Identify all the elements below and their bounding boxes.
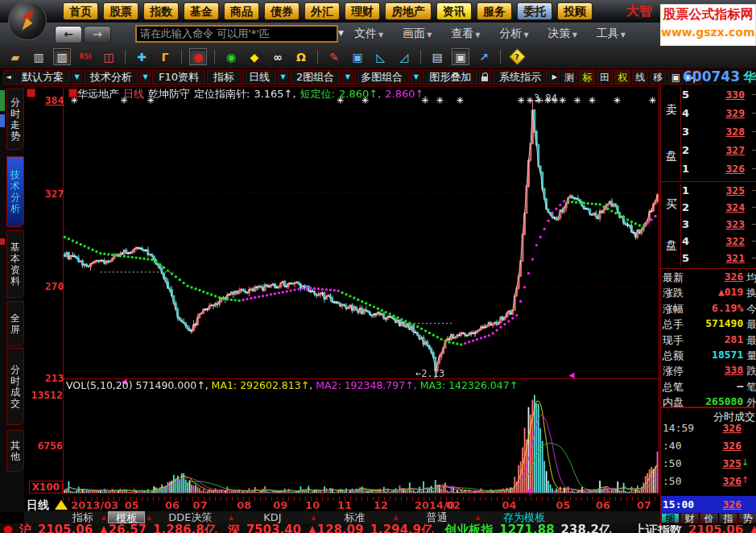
view-item-多图组合[interactable]: 多图组合 <box>354 70 409 85</box>
menu-查看[interactable]: 查看▼ <box>451 27 480 41</box>
sell-level-row[interactable]: 4329– <box>682 107 756 119</box>
panel-tab-价[interactable]: 价 <box>700 513 718 523</box>
view-item-图形叠加[interactable]: 图形叠加 <box>423 70 477 85</box>
report-icon[interactable]: ▤ <box>428 48 446 65</box>
binoculars-icon[interactable]: ∞ <box>269 48 287 65</box>
play-button[interactable]: ▶ <box>549 70 560 85</box>
bottom-tab-指标[interactable]: 指标 <box>66 511 100 523</box>
tool-移[interactable]: 移 <box>650 70 666 85</box>
nav-button-股票[interactable]: 股票 <box>103 2 138 20</box>
view-item-技术分析[interactable]: 技术分析 <box>84 70 138 85</box>
bottom-tab-普通[interactable]: 普通 <box>400 511 474 523</box>
chevron-down-icon[interactable]: ▼ <box>278 70 288 85</box>
sidebar-tab-技术分析[interactable]: 技术分析 <box>6 156 24 227</box>
chart-period[interactable]: 日线 <box>123 88 144 100</box>
buy-level-row[interactable]: 5321– <box>682 252 756 264</box>
chevron-down-icon[interactable]: ▼ <box>342 70 353 85</box>
tape-row[interactable]: :50326↑ <box>663 475 755 487</box>
warning-icon[interactable]: ◆ <box>246 48 263 65</box>
sell-level-row[interactable]: 1326– <box>682 163 756 175</box>
menu-画面[interactable]: 画面▼ <box>403 27 432 41</box>
view-back-button[interactable]: ◄ <box>3 70 14 85</box>
bottom-tab-存为模板[interactable]: 存为模板 <box>482 511 566 523</box>
candlestick-chart-canvas[interactable] <box>24 85 660 497</box>
app-logo[interactable] <box>8 2 47 40</box>
nav-button-首页[interactable]: 首页 <box>63 2 98 20</box>
view-item-指标[interactable]: 指标 <box>207 70 241 85</box>
rsi-indicator-icon[interactable]: RSI <box>76 48 94 65</box>
view-item-系统指示[interactable]: 系统指示 <box>493 70 547 85</box>
image-view-icon[interactable]: ▣ <box>349 48 366 65</box>
nav-button-债券[interactable]: 债券 <box>264 2 300 20</box>
tool-测[interactable]: 测 <box>561 70 577 85</box>
trend-chart-icon[interactable]: ▥ <box>30 48 48 65</box>
nav-button-理财[interactable]: 理财 <box>345 2 380 20</box>
tape-row[interactable]: 14:59326 <box>663 422 755 434</box>
signal-light-icon[interactable]: ◉ <box>222 48 240 65</box>
bottom-tab-DDE决策[interactable]: DDE决策 <box>153 511 227 523</box>
open-file-icon[interactable]: ▰ <box>6 48 24 65</box>
tool-田[interactable]: 田 <box>597 70 613 85</box>
nav-button-投顾[interactable]: 投顾 <box>557 2 593 20</box>
ruler-icon[interactable]: Γ <box>156 48 174 65</box>
menu-决策[interactable]: 决策▼ <box>548 27 577 41</box>
trend-up-icon[interactable]: ↗ <box>475 48 493 65</box>
lock-icon[interactable] <box>479 70 491 85</box>
view-item-日线[interactable]: 日线 <box>242 70 276 85</box>
tool-权[interactable]: 权 <box>614 70 630 85</box>
edit-news-icon[interactable]: ✎ <box>325 48 343 65</box>
tool-线[interactable]: 线 <box>632 70 648 85</box>
chevron-down-icon[interactable]: ▼ <box>72 70 82 85</box>
buy-level-row[interactable]: 3323– <box>682 218 756 230</box>
nav-button-房地产[interactable]: 房地产 <box>385 2 432 20</box>
indicator-alert-icon[interactable] <box>27 89 35 97</box>
indicator-alert-icon[interactable] <box>68 89 77 97</box>
command-input[interactable]: 请在此输入命令 可以用'*'匹 <box>135 25 338 43</box>
tool-标[interactable]: 标 <box>579 70 595 85</box>
help-icon-wrap[interactable]: ? <box>508 48 526 65</box>
nav-button-服务[interactable]: 服务 <box>477 2 512 20</box>
kline-chart-icon[interactable]: ▥ <box>53 48 71 65</box>
menu-工具[interactable]: 工具▼ <box>597 27 626 41</box>
panel-tab-指[interactable]: 指 <box>719 513 737 523</box>
tape-row[interactable]: :50325↓ <box>663 457 755 469</box>
view-item-2图组合[interactable]: 2图组合 <box>290 70 341 85</box>
menu-文件[interactable]: 文件▼ <box>354 27 383 41</box>
sidebar-tab-分时成交[interactable]: 分时成交 <box>6 348 24 425</box>
sidebar-tab-其他[interactable]: 其他 <box>6 430 24 472</box>
sell-level-row[interactable]: 2327– <box>682 144 756 156</box>
stock-mind-icon[interactable]: ◫ <box>100 48 118 65</box>
panel-tab-财[interactable]: 财 <box>680 513 699 523</box>
sidebar-tab-全屏[interactable]: 全屏 <box>6 301 24 346</box>
view-item-F10资料[interactable]: F10资料 <box>152 70 205 85</box>
bottom-tab-标准[interactable]: 标准 <box>318 511 392 523</box>
move-cross-icon[interactable]: ✚ <box>133 48 151 65</box>
tape-row[interactable]: :40326 <box>663 440 755 452</box>
command-dropdown-icon[interactable]: ▼ <box>338 29 344 37</box>
bottom-tab-KDJ[interactable]: KDJ <box>235 511 309 523</box>
bottom-tab-模板[interactable]: 模板 <box>108 511 145 523</box>
bell-icon[interactable]: Ω <box>292 48 310 65</box>
window-split-button[interactable]: ▣ <box>667 70 684 85</box>
pin-icon[interactable]: ● <box>189 48 207 65</box>
chevron-down-icon[interactable]: ▼ <box>411 70 421 85</box>
nav-button-商品[interactable]: 商品 <box>224 2 259 20</box>
panel-tab-细[interactable]: 细 <box>661 513 680 523</box>
nav-button-基金[interactable]: 基金 <box>184 2 219 20</box>
sell-level-row[interactable]: 3328– <box>682 126 756 138</box>
menu-分析[interactable]: 分析▼ <box>499 27 528 41</box>
panel-tab-势[interactable]: 势 <box>738 513 756 523</box>
sidebar-tab-基本资料[interactable]: 基本资料 <box>6 230 24 298</box>
period-up-icon[interactable] <box>55 500 68 510</box>
forward-button[interactable]: → <box>84 26 111 43</box>
buy-level-row[interactable]: 2324– <box>682 201 756 213</box>
buy-level-row[interactable]: 4322– <box>682 235 756 247</box>
chevron-down-icon[interactable]: ▼ <box>140 70 151 85</box>
nav-button-委托[interactable]: 委托 <box>517 2 552 20</box>
view-item-默认方案[interactable]: 默认方案 <box>15 70 70 85</box>
nav-button-资讯[interactable]: 资讯 <box>436 2 472 20</box>
back-button[interactable]: ← <box>55 26 82 43</box>
nav-button-外汇[interactable]: 外汇 <box>304 2 340 20</box>
tape-row[interactable]: 15:00326 <box>661 496 756 513</box>
set-square-alt-icon[interactable]: ◿ <box>395 48 413 65</box>
